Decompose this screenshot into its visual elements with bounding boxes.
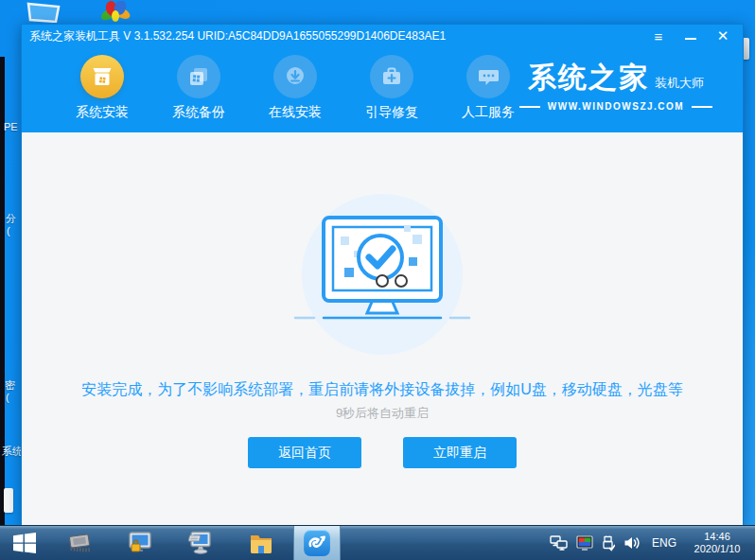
- desktop-label-fragment: 密: [5, 378, 15, 393]
- brand-url: WWW.WINDOWSZJ.COM: [548, 101, 684, 112]
- content-area: 安装完成，为了不影响系统部署，重启前请将外接设备拔掉，例如U盘，移动硬盘，光盘等…: [22, 132, 743, 525]
- desktop: { "colors": { "chrome_blue": "#0e96f4", …: [0, 0, 755, 560]
- clock-date: 2020/1/10: [687, 543, 747, 555]
- taskbar-locked-pc-app[interactable]: [110, 526, 170, 560]
- nav-item-boot-repair[interactable]: 引导修复: [343, 55, 440, 121]
- desktop-label-fragment: (: [7, 225, 10, 236]
- brand-name: 系统之家: [528, 59, 649, 97]
- nav-bar: 系统安装 系统备份: [22, 47, 743, 132]
- auto-restart-countdown: 9秒后将自动重启: [22, 405, 743, 422]
- brand-dash-right: [692, 106, 712, 108]
- taskbar-explorer-app[interactable]: [231, 526, 291, 560]
- titlebar[interactable]: 系统之家装机工具 V 3.1.532.254 URID:A5C84DD9A165…: [22, 25, 743, 47]
- desktop-icon-fragment: [4, 488, 13, 513]
- taskbar: ENG 14:46 2020/1/10: [0, 525, 755, 560]
- nav-label: 在线安装: [269, 104, 322, 121]
- download-icon: [273, 55, 317, 98]
- taskbar-clock[interactable]: 14:46 2020/1/10: [687, 531, 747, 555]
- restart-now-button[interactable]: 立即重启: [403, 437, 517, 468]
- start-button[interactable]: [0, 526, 49, 560]
- clock-time: 14:46: [687, 531, 747, 543]
- window-title: 系统之家装机工具 V 3.1.532.254 URID:A5C84DD9A165…: [29, 28, 646, 44]
- toolbox-icon: [370, 55, 413, 98]
- desktop-monitor-icon[interactable]: [25, 2, 62, 23]
- brand-logo: 系统之家 装机大师 WWW.WINDOWSZJ.COM: [506, 59, 726, 112]
- usb-eject-icon[interactable]: [602, 535, 615, 551]
- network-icon[interactable]: [550, 535, 568, 551]
- nav-item-system-install[interactable]: 系统安装: [54, 55, 150, 121]
- volume-icon[interactable]: [623, 535, 641, 551]
- nav-label: 系统安装: [76, 104, 129, 121]
- back-home-button[interactable]: 返回首页: [248, 437, 361, 468]
- desktop-flower-icon[interactable]: [97, 1, 133, 24]
- nav-label: 引导修复: [365, 104, 418, 121]
- display-settings-icon[interactable]: [576, 535, 593, 551]
- nav-item-system-backup[interactable]: 系统备份: [150, 55, 247, 121]
- installer-window: 系统之家装机工具 V 3.1.532.254 URID:A5C84DD9A165…: [21, 24, 744, 526]
- computer-icon: [186, 531, 215, 556]
- system-tray: ENG 14:46 2020/1/10: [550, 531, 755, 555]
- brand-dash-left: [519, 106, 540, 108]
- minimize-icon[interactable]: [678, 26, 703, 45]
- language-indicator[interactable]: ENG: [652, 536, 676, 550]
- desktop-label-fragment: (: [6, 392, 9, 403]
- desktop-label-fragment: 系统: [2, 445, 23, 459]
- close-icon[interactable]: ✕: [711, 26, 735, 45]
- windows-logo-icon: [12, 533, 37, 553]
- taskbar-computer-app[interactable]: [170, 526, 231, 560]
- monitor-lock-icon: [126, 531, 154, 556]
- install-box-icon: [80, 55, 124, 98]
- folder-icon: [247, 532, 275, 555]
- desktop-label-fragment: PE: [4, 121, 18, 132]
- taskbar-ramdisk-app[interactable]: [49, 526, 110, 560]
- nav-label: 系统备份: [172, 104, 225, 121]
- brand-tagline: 装机大师: [655, 75, 704, 92]
- nav-item-online-install[interactable]: 在线安装: [247, 55, 343, 121]
- chat-icon: [466, 55, 510, 98]
- install-complete-illustration: [269, 180, 496, 369]
- desktop-label-fragment: 分: [6, 212, 16, 226]
- taskbar-installer-app-active[interactable]: [293, 526, 341, 560]
- backup-icon: [177, 55, 220, 98]
- menu-icon[interactable]: ≡: [646, 26, 671, 45]
- memory-chip-icon: [65, 531, 94, 555]
- installer-app-icon: [304, 530, 330, 556]
- install-complete-message: 安装完成，为了不影响系统部署，重启前请将外接设备拔掉，例如U盘，移动硬盘，光盘等: [22, 380, 743, 400]
